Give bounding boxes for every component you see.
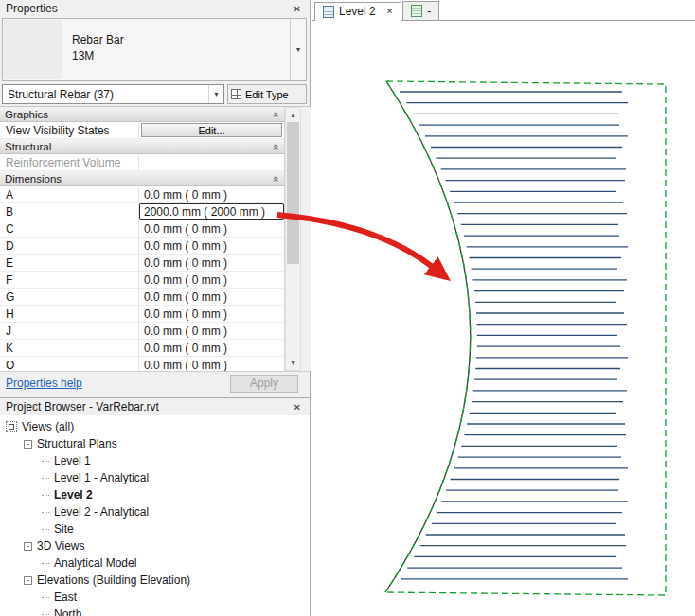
param-label: G [0, 289, 139, 305]
element-filter-combo[interactable]: Structural Rebar (37) ▼ [2, 84, 224, 104]
tree-connector [42, 529, 49, 530]
param-value-a[interactable]: 0.0 mm ( 0 mm ) [139, 186, 284, 202]
dimension-row-g: G0.0 mm ( 0 mm ) [0, 289, 284, 306]
section-header-structural[interactable]: Structural « [0, 139, 284, 154]
tree-item-structural-plans[interactable]: -Structural Plans [0, 435, 310, 452]
rebar-sketch [312, 21, 695, 616]
param-value-f[interactable]: 0.0 mm ( 0 mm ) [139, 272, 284, 288]
tree-item-label: Level 1 - Analytical [54, 471, 149, 484]
tree-item-label: 3D Views [37, 539, 84, 553]
edit-type-button[interactable]: Edit Type [227, 84, 307, 104]
edit-type-label: Edit Type [245, 89, 289, 100]
tree-item-label: Level 2 - Analytical [54, 505, 149, 519]
param-label: View Visibility States [0, 122, 139, 138]
param-value-j[interactable]: 0.0 mm ( 0 mm ) [139, 323, 284, 339]
param-value [139, 154, 284, 170]
section-header-graphics[interactable]: Graphics « [0, 107, 284, 122]
tree-item-label: Site [54, 522, 74, 536]
plan-view-icon [323, 6, 334, 18]
project-browser-header: Project Browser - VarRebar.rvt ✕ [0, 398, 310, 415]
tree-item-level-2-analytical[interactable]: Level 2 - Analytical [0, 503, 310, 520]
apply-button[interactable]: Apply [230, 375, 298, 393]
tree-connector [42, 478, 49, 479]
param-label: H [0, 306, 139, 322]
dimension-row-b: B2000.0 mm ( 2000 mm ) [0, 203, 284, 220]
tree-item-level-1[interactable]: Level 1 [0, 452, 310, 469]
tree-connector [42, 512, 49, 513]
properties-title: Properties [6, 2, 291, 15]
dimension-rows: A0.0 mm ( 0 mm )B2000.0 mm ( 2000 mm )C0… [0, 186, 284, 371]
tree-item-label: Analytical Model [54, 556, 136, 570]
collapse-icon[interactable]: - [24, 542, 32, 551]
param-label: D [0, 238, 139, 254]
tree-item-site[interactable]: Site [0, 520, 310, 537]
param-value-e[interactable]: 0.0 mm ( 0 mm ) [139, 255, 284, 271]
view-tab-dash[interactable]: - [402, 1, 439, 20]
tree-item-elevations-building-elevation[interactable]: -Elevations (Building Elevation) [0, 572, 310, 589]
param-value-g[interactable]: 0.0 mm ( 0 mm ) [139, 289, 284, 305]
section-header-dimensions[interactable]: Dimensions « [0, 171, 284, 186]
param-value: Edit... [139, 122, 284, 138]
tree-item-north[interactable]: North [0, 606, 310, 616]
collapse-chevron-icon: « [271, 111, 282, 116]
project-browser-title: Project Browser - VarRebar.rvt [6, 400, 291, 414]
tree-connector [42, 495, 49, 496]
properties-footer: Properties help Apply [0, 371, 310, 395]
section-label: Structural [5, 141, 51, 152]
close-icon[interactable]: ✕ [291, 4, 304, 14]
scrollbar-thumb[interactable] [287, 122, 299, 264]
param-row-view-visibility: View Visibility States Edit... [0, 122, 284, 139]
tree-item-level-2[interactable]: Level 2 [0, 486, 310, 503]
properties-header: Properties ✕ [0, 0, 310, 17]
dimension-row-h: H0.0 mm ( 0 mm ) [0, 306, 284, 323]
filter-row: Structural Rebar (37) ▼ Edit Type [2, 84, 307, 104]
tree-item-analytical-model[interactable]: Analytical Model [0, 554, 310, 572]
param-label: F [0, 272, 139, 288]
tree-connector [42, 614, 49, 615]
tree-item-label: North [54, 607, 81, 616]
chevron-down-icon[interactable]: ▼ [290, 19, 306, 80]
param-value-c[interactable]: 0.0 mm ( 0 mm ) [139, 220, 284, 237]
tree-connector [42, 597, 49, 598]
param-value-b[interactable]: 2000.0 mm ( 2000 mm ) [139, 203, 284, 220]
edit-type-icon [231, 89, 241, 99]
param-value-k[interactable]: 0.0 mm ( 0 mm ) [139, 340, 284, 356]
view-tab-label: Level 2 [339, 5, 376, 18]
param-value-d[interactable]: 0.0 mm ( 0 mm ) [139, 238, 284, 254]
dimension-row-j: J0.0 mm ( 0 mm ) [0, 323, 284, 340]
scroll-up-icon[interactable]: ▲ [286, 108, 300, 122]
close-icon[interactable]: ✕ [291, 402, 304, 413]
tree-item-3d-views[interactable]: -3D Views [0, 537, 310, 554]
tree-item-level-1-analytical[interactable]: Level 1 - Analytical [0, 469, 310, 486]
scrollbar[interactable]: ▲ ▼ [285, 107, 301, 371]
param-label: B [0, 203, 139, 220]
chevron-down-icon: ▼ [208, 85, 223, 103]
param-value-o[interactable]: 0.0 mm ( 0 mm ) [139, 357, 284, 371]
views-tree: Views (all)-Structural PlansLevel 1Level… [0, 415, 310, 616]
drawing-viewport: Level 2✕- [312, 0, 695, 616]
collapse-icon[interactable]: - [24, 576, 32, 585]
edit-visibility-button[interactable]: Edit... [141, 123, 282, 137]
type-selector[interactable]: Rebar Bar 13M ▼ [2, 18, 307, 81]
close-tab-icon[interactable]: ✕ [386, 7, 394, 16]
param-label: J [0, 323, 139, 339]
view-tab-bar: Level 2✕- [312, 0, 695, 21]
tree-item-views-all[interactable]: Views (all) [0, 418, 310, 435]
dimension-row-c: C0.0 mm ( 0 mm ) [0, 220, 284, 238]
views-icon [6, 421, 17, 432]
tree-connector [42, 563, 49, 564]
tree-item-east[interactable]: East [0, 589, 310, 606]
view-tab-level-2[interactable]: Level 2✕ [314, 2, 401, 21]
param-label: K [0, 340, 139, 356]
drawing-canvas[interactable] [312, 21, 695, 616]
scroll-down-icon[interactable]: ▼ [286, 356, 300, 370]
collapse-icon[interactable]: - [24, 440, 32, 449]
properties-panel: Properties ✕ Rebar Bar 13M ▼ Structural … [0, 0, 310, 395]
properties-help-link[interactable]: Properties help [6, 377, 82, 390]
param-value-h[interactable]: 0.0 mm ( 0 mm ) [139, 306, 284, 322]
param-label: Reinforcement Volume [0, 154, 139, 170]
dimension-row-e: E0.0 mm ( 0 mm ) [0, 255, 284, 272]
dimension-row-a: A0.0 mm ( 0 mm ) [0, 186, 284, 203]
param-row-reinforcement-volume: Reinforcement Volume [0, 154, 284, 171]
section-label: Dimensions [5, 173, 62, 185]
